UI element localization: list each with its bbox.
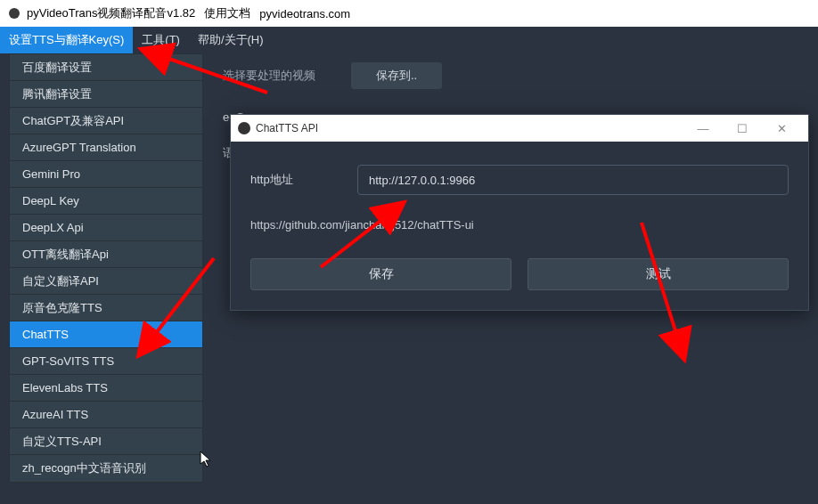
dropdown-item[interactable]: Gemini Pro (10, 161, 202, 188)
app-title: pyVideoTrans视频翻译配音v1.82 (27, 5, 195, 21)
test-button[interactable]: 测试 (528, 258, 789, 290)
dialog-titlebar: ChatTTS API — ☐ ✕ (231, 115, 808, 142)
dropdown-item[interactable]: AzureAI TTS (10, 402, 202, 428)
select-video-label: 选择要处理的视频 (223, 68, 315, 84)
site-label: pyvideotrans.com (259, 7, 350, 20)
maximize-icon[interactable]: ☐ (723, 115, 762, 142)
dropdown-item[interactable]: OTT离线翻译Api (10, 241, 202, 268)
save-to-button[interactable]: 保存到.. (351, 62, 442, 89)
cursor-icon (200, 451, 214, 472)
dropdown-item[interactable]: 自定义TTS-API (10, 428, 202, 455)
dropdown-item[interactable]: DeepLX Api (10, 215, 202, 241)
doc-label: 使用文档 (204, 5, 250, 21)
settings-dropdown: 百度翻译设置腾讯翻译设置ChatGPT及兼容APIAzureGPT Transl… (9, 53, 203, 483)
http-address-label: http地址 (250, 172, 357, 188)
dropdown-item[interactable]: zh_recogn中文语音识别 (10, 455, 202, 482)
dropdown-item[interactable]: AzureGPT Translation (10, 134, 202, 161)
minimize-icon[interactable]: — (683, 115, 723, 142)
dropdown-item[interactable]: 自定义翻译API (10, 268, 202, 295)
menu-help[interactable]: 帮助/关于(H) (189, 27, 273, 53)
menu-tools[interactable]: 工具(T) (133, 27, 189, 53)
dropdown-item[interactable]: ChatTTS (10, 321, 202, 348)
dropdown-item[interactable]: GPT-SoVITS TTS (10, 348, 202, 375)
dropdown-item[interactable]: ElevenLabs TTS (10, 375, 202, 402)
dialog-icon (238, 122, 250, 134)
dropdown-item[interactable]: 百度翻译设置 (10, 54, 202, 81)
dialog-title: ChatTTS API (256, 122, 318, 134)
menu-settings[interactable]: 设置TTS与翻译Key(S) (0, 27, 133, 53)
save-button[interactable]: 保存 (250, 258, 511, 290)
window-titlebar: pyVideoTrans视频翻译配音v1.82 使用文档 pyvideotran… (0, 0, 818, 27)
dropdown-item[interactable]: ChatGPT及兼容API (10, 108, 202, 134)
menubar: 设置TTS与翻译Key(S) 工具(T) 帮助/关于(H) (0, 27, 818, 53)
chattts-dialog: ChatTTS API — ☐ ✕ http地址 https://github.… (230, 114, 809, 311)
dropdown-item[interactable]: DeepL Key (10, 188, 202, 215)
dropdown-item[interactable]: 腾讯翻译设置 (10, 81, 202, 108)
close-icon[interactable]: ✕ (762, 115, 801, 142)
svg-point-0 (9, 8, 20, 19)
app-icon (7, 6, 21, 20)
dropdown-item[interactable]: 原音色克隆TTS (10, 295, 202, 321)
github-link[interactable]: https://github.com/jianchang512/chatTTS-… (250, 218, 789, 232)
http-address-input[interactable] (357, 165, 789, 195)
